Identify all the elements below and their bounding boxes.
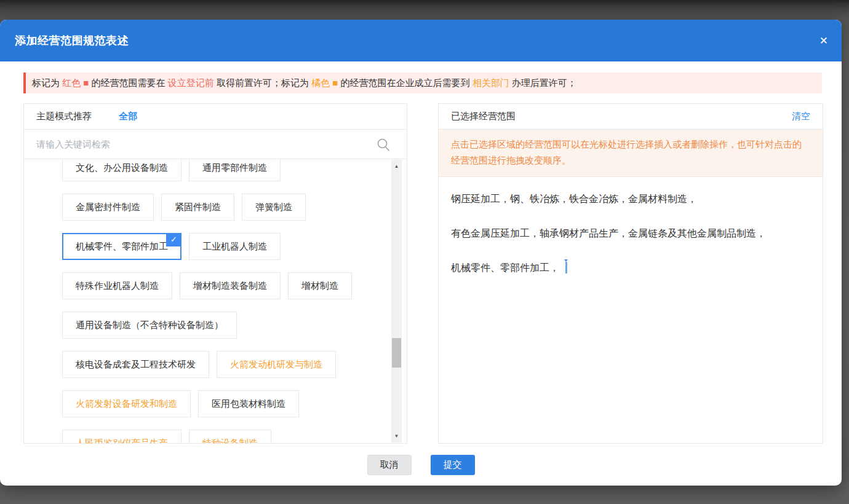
scope-tag-button[interactable]: 机械零件、零部件加工✓ <box>62 233 181 260</box>
scope-picker-panel: 主题模式推荐全部 文化、办公用设备制造通用零部件制造金属密封件制造紧固件制造弹簧… <box>23 103 407 444</box>
scope-tag-button[interactable]: 工业机器人制造 <box>189 233 281 260</box>
clear-all-link[interactable]: 清空 <box>792 111 810 122</box>
dialog-title: 添加经营范围规范表述 <box>15 33 129 48</box>
scope-tag-button[interactable]: 医用包装材料制造 <box>198 390 299 417</box>
notice-segment: 的经营范围在企业成立后需要到 <box>338 77 472 88</box>
scope-tag-button[interactable]: 增材制造 <box>288 272 352 299</box>
scope-tag-button[interactable]: 火箭发动机研发与制造 <box>217 351 336 378</box>
scope-tag-button[interactable]: 特殊作业机器人制造 <box>62 272 172 299</box>
scope-tag-row: 通用设备制造（不含特种设备制造） <box>62 312 382 339</box>
notice-segment: 橘色 <box>311 77 332 88</box>
scope-tag-button[interactable]: 增材制造装备制造 <box>180 272 281 299</box>
close-icon[interactable]: ✕ <box>817 33 831 49</box>
scope-tag-row: 核电设备成套及工程技术研发火箭发动机研发与制造 <box>62 351 382 378</box>
scope-tag-button[interactable]: 金属密封件制造 <box>62 194 154 221</box>
notice-segment: 取得前置许可；标记为 <box>214 77 311 88</box>
scroll-down-icon[interactable]: ▼ <box>391 431 402 441</box>
submit-button[interactable]: 提交 <box>431 455 475 475</box>
scope-tag-rows: 文化、办公用设备制造通用零部件制造金属密封件制造紧固件制造弹簧制造机械零件、零部… <box>24 159 407 443</box>
scope-tag-button[interactable]: 通用设备制造（不含特种设备制造） <box>62 312 237 339</box>
scope-tag-row: 金属密封件制造紧固件制造弹簧制造 <box>62 194 382 221</box>
dialog-header: 添加经营范围规范表述 ✕ <box>0 20 842 61</box>
scope-tag-button[interactable]: 火箭发射设备研发和制造 <box>62 390 191 417</box>
notice-segment: ■ <box>332 77 338 88</box>
tab-recommend[interactable]: 主题模式推荐 <box>36 111 92 122</box>
notice-segment: 相关部门 <box>472 77 509 88</box>
drag-hint-text: 点击已选择区域的经营范围可以在光标处进行选择插入或者删除操作，也可针对点击的经营… <box>439 130 823 177</box>
scope-tag-row: 文化、办公用设备制造通用零部件制造 <box>62 159 382 181</box>
selected-scope-panel: 已选择经营范围 清空 点击已选择区域的经营范围可以在光标处进行选择插入或者删除操… <box>438 103 823 444</box>
scope-tag-button[interactable]: 通用零部件制造 <box>189 159 281 181</box>
scope-tag-row: 特殊作业机器人制造增材制造装备制造增材制造 <box>62 272 382 299</box>
search-bar <box>24 130 407 159</box>
scope-tag-button[interactable]: 弹簧制造 <box>242 194 306 221</box>
notice-segment: 办理后置许可； <box>509 77 576 88</box>
scope-tag-row: 机械零件、零部件加工✓工业机器人制造 <box>62 233 382 260</box>
scope-tag-row: 火箭发射设备研发和制造医用包装材料制造 <box>62 390 382 417</box>
search-icon[interactable] <box>376 137 391 152</box>
scope-tag-row: 人民币鉴别仪产品生产特种设备制造 <box>62 430 382 443</box>
dialog-footer: 取消 提交 <box>0 455 842 475</box>
scroll-up-icon[interactable]: ▲ <box>391 161 402 171</box>
selected-scope-header: 已选择经营范围 清空 <box>439 104 823 130</box>
search-input[interactable] <box>24 130 407 159</box>
check-icon: ✓ <box>166 233 181 246</box>
text-cursor <box>565 262 567 274</box>
notice-segment: 设立登记前 <box>168 77 214 88</box>
scope-tag-button[interactable]: 人民币鉴别仪产品生产 <box>62 430 181 443</box>
scope-tag-button[interactable]: 紧固件制造 <box>161 194 234 221</box>
selected-scope-item[interactable]: 有色金属压延加工，轴承钢材产品生产，金属链条及其他金属制品制造， <box>451 227 810 240</box>
selected-scope-item[interactable]: 机械零件、零部件加工， <box>451 262 810 274</box>
cancel-button[interactable]: 取消 <box>367 455 412 475</box>
selected-scope-content[interactable]: 钢压延加工，钢、铁冶炼，铁合金冶炼，金属材料制造，有色金属压延加工，轴承钢材产品… <box>439 177 823 274</box>
tab-all[interactable]: 全部 <box>119 111 137 122</box>
scope-tag-button[interactable]: 文化、办公用设备制造 <box>62 159 181 181</box>
scope-tabs: 主题模式推荐全部 <box>24 104 407 130</box>
notice-segment: 红色 <box>62 77 83 88</box>
permission-notice-text: 标记为 红色 ■ 的经营范围需要在 设立登记前 取得前置许可；标记为 橘色 ■ … <box>32 77 576 89</box>
business-scope-dialog: 添加经营范围规范表述 ✕ 标记为 红色 ■ 的经营范围需要在 设立登记前 取得前… <box>0 20 842 486</box>
scrollbar-thumb[interactable] <box>392 338 401 368</box>
notice-segment: 标记为 <box>32 77 62 88</box>
permission-notice-bar: 标记为 红色 ■ 的经营范围需要在 设立登记前 取得前置许可；标记为 橘色 ■ … <box>23 73 822 93</box>
tag-list-scrollbar[interactable]: ▲ ▼ <box>391 160 402 443</box>
notice-segment: 的经营范围需要在 <box>89 77 167 88</box>
selected-scope-item[interactable]: 钢压延加工，钢、铁冶炼，铁合金冶炼，金属材料制造， <box>451 193 810 205</box>
selected-scope-title: 已选择经营范围 <box>451 111 516 122</box>
scope-tag-button[interactable]: 特种设备制造 <box>189 430 271 443</box>
scope-tag-list: 文化、办公用设备制造通用零部件制造金属密封件制造紧固件制造弹簧制造机械零件、零部… <box>24 159 407 443</box>
scope-tag-button[interactable]: 核电设备成套及工程技术研发 <box>62 351 209 378</box>
